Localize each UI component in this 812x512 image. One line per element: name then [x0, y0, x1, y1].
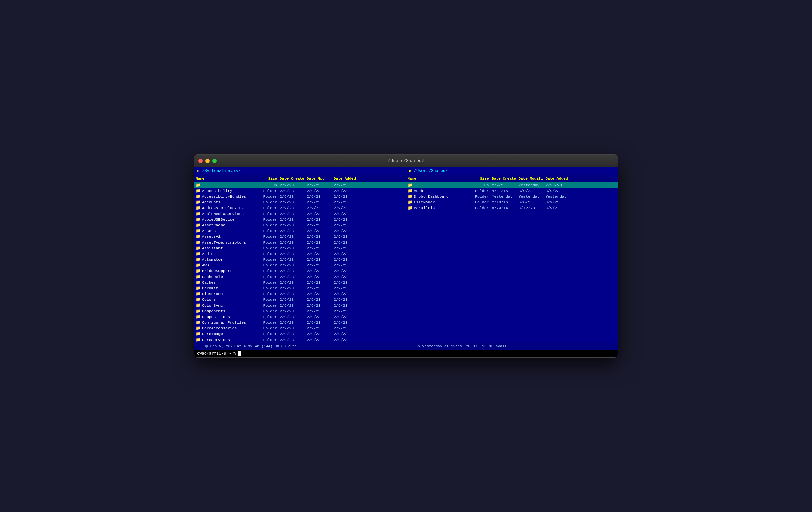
list-item[interactable]: 📁 Parallels Folder 8/29/14 8/12/23 3/9/2…: [406, 205, 618, 211]
list-item[interactable]: 📁 AppleMediaServices Folder 2/9/23 2/9/2…: [194, 211, 406, 217]
file-created: 2/9/23: [279, 280, 305, 285]
list-item[interactable]: 📁 Audio Folder 2/9/23 2/9/23 2/9/23: [194, 251, 406, 257]
list-item[interactable]: 📁 Address B…Plug-Ins Folder 2/9/23 2/9/2…: [194, 205, 406, 211]
file-name-text: Compositions: [202, 315, 230, 319]
list-item[interactable]: 📁 AssetType…scriptors Folder 2/9/23 2/9/…: [194, 240, 406, 245]
list-item[interactable]: 📁 Automator Folder 2/9/23 2/9/23 2/9/23: [194, 257, 406, 262]
file-modified: 2/9/23: [305, 297, 332, 302]
file-added: 2/9/23: [332, 257, 359, 262]
left-col-modified: Date Mod: [305, 176, 332, 181]
list-item[interactable]: 📁 AssetsV2 Folder 2/9/23 2/9/23 2/9/23: [194, 234, 406, 240]
right-pane-tab[interactable]: n /Users/Shared/: [406, 167, 618, 175]
list-item[interactable]: 📁 CoreServices Folder 2/9/23 2/9/23 2/9/…: [194, 337, 406, 343]
file-added: 2/9/23: [332, 286, 359, 290]
file-size: Folder: [470, 194, 491, 199]
file-created: 2/9/23: [279, 303, 305, 307]
file-added: 2/9/23: [332, 212, 359, 216]
list-item[interactable]: 📁 Accessibi…tyBundles Folder 2/9/23 2/9/…: [194, 194, 406, 199]
right-col-created: Date Create: [491, 176, 517, 181]
list-item[interactable]: 📁 Adobe Folder 4/21/15 3/9/23 3/9/23: [406, 188, 618, 194]
file-created: 2/9/23: [279, 292, 305, 296]
list-item[interactable]: 📁 Accounts Folder 2/9/23 2/9/23 2/9/23: [194, 199, 406, 205]
file-created: 2/9/23: [279, 206, 305, 210]
file-created: 2/9/23: [279, 257, 305, 262]
file-modified: 2/9/23: [305, 246, 332, 250]
file-created: 4/21/15: [491, 189, 517, 193]
list-item[interactable]: 📁 Assistant Folder 2/9/23 2/9/23 2/9/23: [194, 245, 406, 251]
folder-icon: 📁: [196, 314, 201, 319]
file-added: 3/9/23: [544, 189, 571, 193]
terminal-line: owad@arm16-9 ~ %: [194, 350, 618, 357]
file-size: Folder: [258, 206, 279, 210]
file-size: Folder: [258, 338, 279, 342]
file-name-text: CoreServices: [202, 338, 230, 342]
list-item[interactable]: 📁 Configura…nProfiles Folder 2/9/23 2/9/…: [194, 320, 406, 325]
file-size: Folder: [258, 326, 279, 330]
file-name: 📁 Drobo Dashboard: [406, 194, 470, 199]
close-button[interactable]: [198, 159, 203, 163]
list-item[interactable]: 📁 ColorSync Folder 2/9/23 2/9/23 2/9/23: [194, 302, 406, 308]
folder-icon: 📁: [408, 183, 413, 188]
left-pane-tab[interactable]: m /System/Library/: [194, 167, 406, 175]
list-item[interactable]: 📁 AWD Folder 2/9/23 2/9/23 2/9/23: [194, 262, 406, 268]
folder-icon: 📁: [196, 206, 201, 211]
minimize-button[interactable]: [205, 159, 210, 163]
file-created: 2/9/23: [279, 315, 305, 319]
list-item[interactable]: 📁 BridgeSupport Folder 2/9/23 2/9/23 2/9…: [194, 268, 406, 274]
window-title: /Users/Shared/: [387, 158, 424, 163]
file-name-text: Caches: [202, 280, 216, 285]
left-file-list[interactable]: 📁 .. Up 2/9/23 2/9/23 2/9/23 📁 Accessibi…: [194, 182, 406, 343]
file-name-text: AssetCache: [202, 223, 225, 227]
file-added: 2/9/23: [332, 292, 359, 296]
file-created: 2/9/23: [279, 320, 305, 325]
list-item[interactable]: 📁 CacheDelete Folder 2/9/23 2/9/23 2/9/2…: [194, 274, 406, 279]
list-item[interactable]: 📁 AppleUSBDevice Folder 2/9/23 2/9/23 2/…: [194, 217, 406, 222]
list-item[interactable]: 📁 Assets Folder 2/9/23 2/9/23 2/9/23: [194, 228, 406, 234]
file-modified: 2/9/23: [305, 326, 332, 330]
folder-icon: 📁: [196, 308, 201, 314]
file-name: 📁 AppleMediaServices: [194, 211, 258, 216]
file-created: 2/9/23: [279, 212, 305, 216]
folder-icon: 📁: [196, 217, 201, 222]
file-name: 📁 AssetsV2: [194, 234, 258, 239]
list-item[interactable]: 📁 AssetCache Folder 2/9/23 2/9/23 2/9/23: [194, 222, 406, 228]
file-created: 8/29/14: [491, 206, 517, 210]
list-item[interactable]: 📁 FileMaker Folder 2/18/16 6/6/23 3/9/23: [406, 199, 618, 205]
list-item[interactable]: 📁 Caches Folder 2/9/23 2/9/23 2/9/23: [194, 279, 406, 285]
folder-icon: 📁: [196, 200, 201, 205]
file-size: Folder: [258, 189, 279, 193]
folder-icon: 📁: [196, 251, 201, 256]
right-file-list[interactable]: 📁 .. Up 2/9/23 Yesterday 2/28/23 📁 Adobe…: [406, 182, 618, 343]
file-name-text: Audio: [202, 252, 214, 256]
file-name-text: CoreAccessories: [202, 326, 237, 330]
file-name-text: Parallels: [414, 206, 435, 210]
folder-icon: 📁: [196, 331, 201, 336]
list-item[interactable]: 📁 Components Folder 2/9/23 2/9/23 2/9/23: [194, 308, 406, 314]
file-size: Folder: [258, 252, 279, 256]
list-item[interactable]: 📁 Drobo Dashboard Folder Yesterday Yeste…: [406, 194, 618, 199]
file-modified: 2/9/23: [305, 320, 332, 325]
file-added: 2/9/23: [332, 269, 359, 273]
list-item[interactable]: 📁 CoreImage Folder 2/9/23 2/9/23 2/9/23: [194, 331, 406, 337]
file-added: 2/9/23: [332, 189, 359, 193]
file-modified: 2/9/23: [305, 240, 332, 245]
file-created: 2/9/23: [279, 223, 305, 227]
list-item[interactable]: 📁 Classroom Folder 2/9/23 2/9/23 2/9/23: [194, 291, 406, 297]
folder-icon: 📁: [196, 246, 201, 251]
file-modified: 2/9/23: [305, 315, 332, 319]
folder-icon: 📁: [196, 234, 201, 239]
file-modified: 2/9/23: [305, 183, 332, 187]
list-item[interactable]: 📁 .. Up 2/9/23 Yesterday 2/28/23: [406, 182, 618, 188]
list-item[interactable]: 📁 Compositions Folder 2/9/23 2/9/23 2/9/…: [194, 314, 406, 320]
file-created: 2/9/23: [279, 200, 305, 205]
list-item[interactable]: 📁 Accessibility Folder 2/9/23 2/9/23 2/9…: [194, 188, 406, 194]
file-created: 2/9/23: [279, 286, 305, 290]
file-size: Folder: [258, 309, 279, 313]
list-item[interactable]: 📁 CoreAccessories Folder 2/9/23 2/9/23 2…: [194, 325, 406, 331]
folder-icon: 📁: [196, 240, 201, 245]
list-item[interactable]: 📁 CardKit Folder 2/9/23 2/9/23 2/9/23: [194, 285, 406, 291]
list-item[interactable]: 📁 .. Up 2/9/23 2/9/23 2/9/23: [194, 182, 406, 188]
list-item[interactable]: 📁 Colors Folder 2/9/23 2/9/23 2/9/23: [194, 297, 406, 302]
maximize-button[interactable]: [212, 159, 217, 163]
file-size: Folder: [470, 189, 491, 193]
